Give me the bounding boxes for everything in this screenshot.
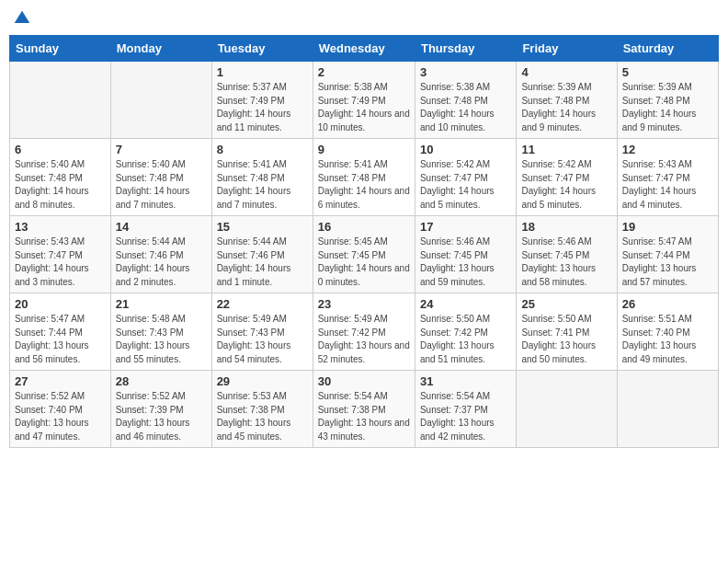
day-info: Sunrise: 5:42 AM Sunset: 7:47 PM Dayligh… — [420, 158, 511, 212]
day-number: 26 — [622, 297, 713, 311]
day-info: Sunrise: 5:46 AM Sunset: 7:45 PM Dayligh… — [420, 236, 511, 289]
calendar-day-cell: 25Sunrise: 5:50 AM Sunset: 7:41 PM Dayli… — [517, 293, 617, 371]
day-info: Sunrise: 5:49 AM Sunset: 7:43 PM Dayligh… — [217, 313, 308, 366]
calendar-day-cell: 27Sunrise: 5:52 AM Sunset: 7:40 PM Dayli… — [10, 371, 111, 448]
day-number: 8 — [217, 143, 308, 156]
day-number: 28 — [116, 374, 207, 388]
day-info: Sunrise: 5:53 AM Sunset: 7:38 PM Dayligh… — [217, 390, 308, 443]
day-number: 17 — [420, 220, 511, 234]
day-info: Sunrise: 5:40 AM Sunset: 7:48 PM Dayligh… — [15, 158, 106, 212]
logo — [13, 9, 35, 28]
calendar-table: SundayMondayTuesdayWednesdayThursdayFrid… — [9, 35, 719, 448]
day-info: Sunrise: 5:44 AM Sunset: 7:46 PM Dayligh… — [116, 236, 207, 289]
day-number: 6 — [15, 143, 106, 156]
calendar-day-cell: 12Sunrise: 5:43 AM Sunset: 7:47 PM Dayli… — [617, 139, 718, 216]
day-number: 1 — [217, 65, 308, 79]
calendar-day-cell — [110, 62, 211, 139]
day-number: 22 — [217, 297, 308, 311]
day-info: Sunrise: 5:50 AM Sunset: 7:41 PM Dayligh… — [521, 313, 611, 366]
calendar-week-row: 1Sunrise: 5:37 AM Sunset: 7:49 PM Daylig… — [10, 62, 719, 139]
calendar-day-cell: 24Sunrise: 5:50 AM Sunset: 7:42 PM Dayli… — [415, 293, 516, 371]
day-info: Sunrise: 5:42 AM Sunset: 7:47 PM Dayligh… — [521, 158, 611, 212]
calendar-header-row: SundayMondayTuesdayWednesdayThursdayFrid… — [10, 36, 719, 62]
calendar-body: 1Sunrise: 5:37 AM Sunset: 7:49 PM Daylig… — [10, 62, 719, 448]
day-info: Sunrise: 5:37 AM Sunset: 7:49 PM Dayligh… — [217, 81, 308, 134]
calendar-day-cell: 3Sunrise: 5:38 AM Sunset: 7:48 PM Daylig… — [415, 62, 516, 139]
day-number: 5 — [622, 65, 713, 79]
calendar-day-cell: 7Sunrise: 5:40 AM Sunset: 7:48 PM Daylig… — [110, 139, 211, 216]
calendar-day-cell: 17Sunrise: 5:46 AM Sunset: 7:45 PM Dayli… — [415, 216, 516, 293]
day-info: Sunrise: 5:52 AM Sunset: 7:39 PM Dayligh… — [116, 390, 207, 443]
day-info: Sunrise: 5:47 AM Sunset: 7:44 PM Dayligh… — [622, 236, 713, 289]
calendar-day-cell: 20Sunrise: 5:47 AM Sunset: 7:44 PM Dayli… — [10, 293, 111, 371]
calendar-day-cell: 10Sunrise: 5:42 AM Sunset: 7:47 PM Dayli… — [415, 139, 516, 216]
day-info: Sunrise: 5:45 AM Sunset: 7:45 PM Dayligh… — [318, 236, 410, 289]
weekday-header-cell: Sunday — [10, 36, 111, 62]
day-number: 16 — [318, 220, 410, 234]
day-info: Sunrise: 5:54 AM Sunset: 7:37 PM Dayligh… — [420, 390, 511, 443]
day-info: Sunrise: 5:44 AM Sunset: 7:46 PM Dayligh… — [217, 236, 308, 289]
weekday-header-cell: Monday — [110, 36, 211, 62]
calendar-day-cell: 8Sunrise: 5:41 AM Sunset: 7:48 PM Daylig… — [211, 139, 313, 216]
day-info: Sunrise: 5:38 AM Sunset: 7:48 PM Dayligh… — [420, 81, 511, 134]
day-number: 4 — [521, 65, 611, 79]
day-number: 14 — [116, 220, 207, 234]
calendar-day-cell: 15Sunrise: 5:44 AM Sunset: 7:46 PM Dayli… — [211, 216, 313, 293]
day-number: 30 — [318, 374, 410, 388]
calendar-day-cell: 18Sunrise: 5:46 AM Sunset: 7:45 PM Dayli… — [517, 216, 617, 293]
calendar-day-cell: 6Sunrise: 5:40 AM Sunset: 7:48 PM Daylig… — [10, 139, 111, 216]
day-number: 29 — [217, 374, 308, 388]
day-number: 20 — [15, 297, 106, 311]
day-info: Sunrise: 5:43 AM Sunset: 7:47 PM Dayligh… — [15, 236, 106, 289]
calendar-day-cell: 26Sunrise: 5:51 AM Sunset: 7:40 PM Dayli… — [617, 293, 718, 371]
day-info: Sunrise: 5:39 AM Sunset: 7:48 PM Dayligh… — [622, 81, 713, 134]
calendar-week-row: 6Sunrise: 5:40 AM Sunset: 7:48 PM Daylig… — [10, 139, 719, 216]
calendar-day-cell: 5Sunrise: 5:39 AM Sunset: 7:48 PM Daylig… — [617, 62, 718, 139]
day-number: 10 — [420, 143, 511, 156]
day-info: Sunrise: 5:41 AM Sunset: 7:48 PM Dayligh… — [318, 158, 410, 212]
day-number: 21 — [116, 297, 207, 311]
calendar-day-cell: 2Sunrise: 5:38 AM Sunset: 7:49 PM Daylig… — [313, 62, 415, 139]
weekday-header-cell: Friday — [517, 36, 617, 62]
day-number: 18 — [521, 220, 611, 234]
day-number: 15 — [217, 220, 308, 234]
weekday-header-cell: Tuesday — [211, 36, 313, 62]
day-number: 11 — [521, 143, 611, 156]
calendar-day-cell: 29Sunrise: 5:53 AM Sunset: 7:38 PM Dayli… — [211, 371, 313, 448]
logo-icon — [13, 9, 31, 28]
calendar-day-cell: 30Sunrise: 5:54 AM Sunset: 7:38 PM Dayli… — [313, 371, 415, 448]
day-info: Sunrise: 5:47 AM Sunset: 7:44 PM Dayligh… — [15, 313, 106, 366]
day-info: Sunrise: 5:43 AM Sunset: 7:47 PM Dayligh… — [622, 158, 713, 212]
calendar-day-cell: 14Sunrise: 5:44 AM Sunset: 7:46 PM Dayli… — [110, 216, 211, 293]
day-number: 9 — [318, 143, 410, 156]
calendar-week-row: 13Sunrise: 5:43 AM Sunset: 7:47 PM Dayli… — [10, 216, 719, 293]
calendar-day-cell: 23Sunrise: 5:49 AM Sunset: 7:42 PM Dayli… — [313, 293, 415, 371]
day-number: 13 — [15, 220, 106, 234]
calendar-day-cell: 16Sunrise: 5:45 AM Sunset: 7:45 PM Dayli… — [313, 216, 415, 293]
calendar-day-cell: 4Sunrise: 5:39 AM Sunset: 7:48 PM Daylig… — [517, 62, 617, 139]
calendar-week-row: 27Sunrise: 5:52 AM Sunset: 7:40 PM Dayli… — [10, 371, 719, 448]
calendar-week-row: 20Sunrise: 5:47 AM Sunset: 7:44 PM Dayli… — [10, 293, 719, 371]
day-info: Sunrise: 5:40 AM Sunset: 7:48 PM Dayligh… — [116, 158, 207, 212]
weekday-header-cell: Wednesday — [313, 36, 415, 62]
day-info: Sunrise: 5:38 AM Sunset: 7:49 PM Dayligh… — [318, 81, 410, 134]
day-number: 3 — [420, 65, 511, 79]
page-header — [9, 9, 719, 28]
day-number: 19 — [622, 220, 713, 234]
calendar-day-cell: 21Sunrise: 5:48 AM Sunset: 7:43 PM Dayli… — [110, 293, 211, 371]
calendar-day-cell: 9Sunrise: 5:41 AM Sunset: 7:48 PM Daylig… — [313, 139, 415, 216]
day-info: Sunrise: 5:54 AM Sunset: 7:38 PM Dayligh… — [318, 390, 410, 443]
day-number: 23 — [318, 297, 410, 311]
calendar-day-cell: 13Sunrise: 5:43 AM Sunset: 7:47 PM Dayli… — [10, 216, 111, 293]
day-number: 25 — [521, 297, 611, 311]
day-number: 31 — [420, 374, 511, 388]
calendar-day-cell: 31Sunrise: 5:54 AM Sunset: 7:37 PM Dayli… — [415, 371, 516, 448]
day-number: 2 — [318, 65, 410, 79]
calendar-day-cell: 28Sunrise: 5:52 AM Sunset: 7:39 PM Dayli… — [110, 371, 211, 448]
day-number: 24 — [420, 297, 511, 311]
weekday-header-cell: Thursday — [415, 36, 516, 62]
day-number: 7 — [116, 143, 207, 156]
calendar-day-cell: 19Sunrise: 5:47 AM Sunset: 7:44 PM Dayli… — [617, 216, 718, 293]
day-info: Sunrise: 5:51 AM Sunset: 7:40 PM Dayligh… — [622, 313, 713, 366]
day-info: Sunrise: 5:39 AM Sunset: 7:48 PM Dayligh… — [521, 81, 611, 134]
